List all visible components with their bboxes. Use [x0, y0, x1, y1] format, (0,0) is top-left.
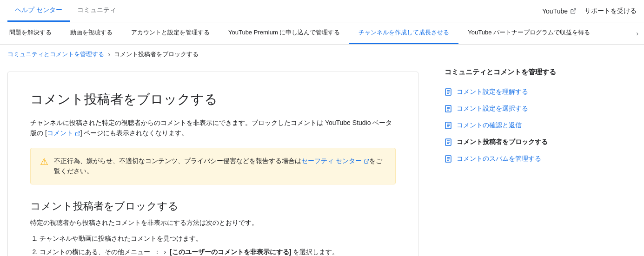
svg-line-1 [77, 131, 80, 134]
top-nav-tabs: ヘルプ センター コミュニティ [7, 0, 124, 22]
tab-help-center[interactable]: ヘルプ センター [7, 0, 70, 22]
sidebar-item-understand[interactable]: コメント設定を理解する [445, 84, 569, 101]
step-1: チャンネルや動画に投稿されたコメントを見つけます。 [40, 233, 396, 244]
sidebar-item-block[interactable]: コメント投稿者をブロックする [445, 134, 569, 151]
sidebar-title: コミュニティとコメントを管理する [445, 68, 569, 77]
sidebar-item-label-spam: コメントのスパムを管理する [457, 155, 541, 163]
sidebar-item-label-understand: コメント設定を理解する [457, 88, 528, 96]
breadcrumb-parent[interactable]: コミュニティとコメントを管理する [7, 50, 104, 59]
sidebar-item-label-block: コメント投稿者をブロックする [457, 138, 548, 146]
sidebar-item-reply[interactable]: コメントの確認と返信 [445, 118, 569, 134]
external-link-icon [570, 7, 577, 15]
top-nav: ヘルプ センター コミュニティ YouTube サポートを受ける [0, 0, 644, 22]
breadcrumb-current: コメント投稿者をブロックする [114, 50, 199, 59]
breadcrumb: コミュニティとコメントを管理する › コメント投稿者をブロックする [0, 45, 644, 64]
nav-partner[interactable]: YouTube パートナープログラムで収益を得る [458, 22, 599, 44]
doc-icon-spam [445, 155, 452, 164]
warning-box: ⚠ 不正行為、嫌がらせ、不適切なコンテンツ、プライバシー侵害などを報告する場合は… [30, 148, 396, 184]
warning-text: 不正行為、嫌がらせ、不適切なコンテンツ、プライバシー侵害などを報告する場合はセー… [54, 156, 386, 177]
section-description: 特定の視聴者から投稿されたコメントを非表示にする方法は次のとおりです。 [30, 219, 396, 227]
tab-community[interactable]: コミュニティ [70, 0, 124, 22]
second-nav: 問題を解決する 動画を視聴する アカウントと設定を管理する YouTube Pr… [0, 22, 644, 45]
safety-center-link[interactable]: セーフティ センター [301, 157, 369, 164]
support-link[interactable]: サポートを受ける [584, 7, 637, 15]
doc-icon-block [445, 138, 452, 147]
doc-icon-select [445, 105, 452, 114]
page-description: チャンネルに投稿された特定の視聴者からのコメントを非表示にできます。ブロックした… [30, 118, 396, 138]
youtube-label: YouTube [542, 7, 568, 15]
nav-watch[interactable]: 動画を視聴する [61, 22, 122, 44]
nav-channel[interactable]: チャンネルを作成して成長させる [349, 22, 458, 44]
sidebar: コミュニティとコメントを管理する コメント設定を理解する コメント設定を選択する… [437, 64, 577, 256]
svg-line-0 [573, 8, 576, 11]
doc-icon-understand [445, 88, 452, 97]
content-area: コメント投稿者をブロックする チャンネルに投稿された特定の視聴者からのコメントを… [0, 64, 437, 256]
nav-solve[interactable]: 問題を解決する [0, 22, 61, 44]
more-nav-button[interactable]: › [631, 22, 644, 44]
sidebar-item-spam[interactable]: コメントのスパムを管理する [445, 151, 569, 168]
main-layout: コメント投稿者をブロックする チャンネルに投稿された特定の視聴者からのコメントを… [0, 64, 644, 256]
sidebar-item-select[interactable]: コメント設定を選択する [445, 101, 569, 118]
steps-list: チャンネルや動画に投稿されたコメントを見つけます。 コメントの横にある、その他メ… [30, 233, 396, 256]
step-2: コメントの横にある、その他メニュー ： › [このユーザーのコメントを非表示にす… [40, 246, 396, 256]
youtube-link[interactable]: YouTube [542, 7, 577, 15]
section-title: コメント投稿者をブロックする [30, 199, 396, 213]
nav-account[interactable]: アカウントと設定を管理する [122, 22, 219, 44]
content-card: コメント投稿者をブロックする チャンネルに投稿された特定の視聴者からのコメントを… [7, 72, 418, 256]
breadcrumb-separator: › [108, 50, 110, 59]
warning-icon: ⚠ [40, 156, 48, 167]
sidebar-item-label-select: コメント設定を選択する [457, 105, 528, 113]
doc-icon-reply [445, 122, 452, 131]
top-nav-right: YouTube サポートを受ける [542, 7, 637, 15]
page-title: コメント投稿者をブロックする [30, 91, 396, 108]
sidebar-item-label-reply: コメントの確認と返信 [457, 121, 522, 130]
svg-line-2 [366, 159, 369, 162]
nav-premium[interactable]: YouTube Premium に申し込んで管理する [219, 22, 349, 44]
comment-page-link[interactable]: コメント [47, 129, 80, 137]
